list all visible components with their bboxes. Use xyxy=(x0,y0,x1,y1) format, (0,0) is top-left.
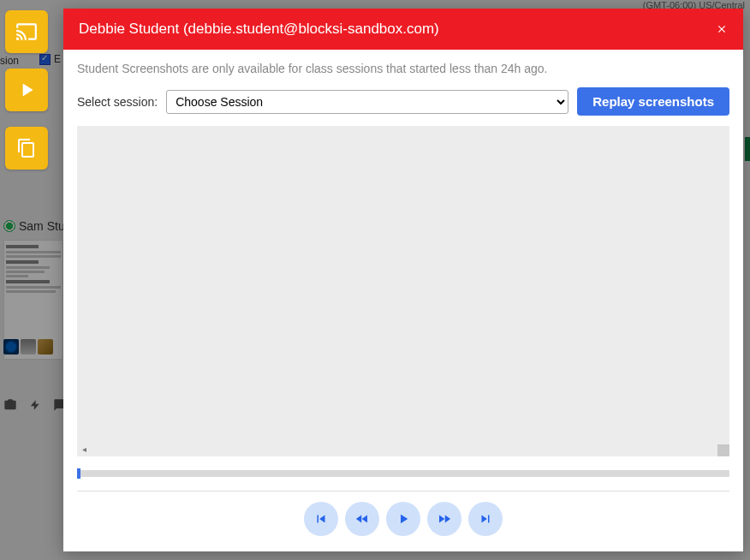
replay-screenshots-button[interactable]: Replay screenshots xyxy=(577,87,729,116)
rewind-button[interactable] xyxy=(345,502,379,536)
cast-button[interactable] xyxy=(5,10,48,53)
skip-last-icon xyxy=(478,511,493,527)
left-toolbar xyxy=(5,10,48,170)
skip-first-button[interactable] xyxy=(304,502,338,536)
skip-last-button[interactable] xyxy=(468,502,503,536)
scroll-left-arrow[interactable]: ◂ xyxy=(82,444,86,454)
screenshot-viewer: ◂ ▸ xyxy=(77,126,729,456)
copy-button[interactable] xyxy=(5,127,48,170)
timeline-marker[interactable] xyxy=(77,468,80,479)
timeline-slider[interactable] xyxy=(77,470,729,477)
play-button[interactable] xyxy=(386,502,420,536)
viewer-scrollbar[interactable]: ◂ ▸ xyxy=(79,443,728,455)
session-row: Select session: Choose Session Replay sc… xyxy=(77,87,729,116)
scroll-corner xyxy=(717,444,729,456)
rewind-icon xyxy=(354,511,371,527)
session-label: Select session: xyxy=(77,95,158,109)
copy-icon xyxy=(16,138,37,158)
forward-button[interactable] xyxy=(427,502,461,536)
cast-icon xyxy=(15,21,38,43)
info-text: Student Screenshots are only available f… xyxy=(77,62,729,75)
playback-controls xyxy=(77,491,729,543)
close-icon xyxy=(716,23,728,35)
play-center-icon xyxy=(396,511,411,527)
modal-body: Student Screenshots are only available f… xyxy=(63,50,743,551)
skip-first-icon xyxy=(313,511,329,527)
modal-header: Debbie Student (debbie.student@blocksi-s… xyxy=(63,9,743,50)
modal-title: Debbie Student (debbie.student@blocksi-s… xyxy=(79,21,439,38)
play-icon xyxy=(15,79,38,101)
play-toolbar-button[interactable] xyxy=(5,69,48,111)
student-screenshots-modal: Debbie Student (debbie.student@blocksi-s… xyxy=(63,9,743,551)
close-button[interactable] xyxy=(716,21,728,38)
session-select[interactable]: Choose Session xyxy=(166,90,568,114)
forward-icon xyxy=(436,511,453,527)
